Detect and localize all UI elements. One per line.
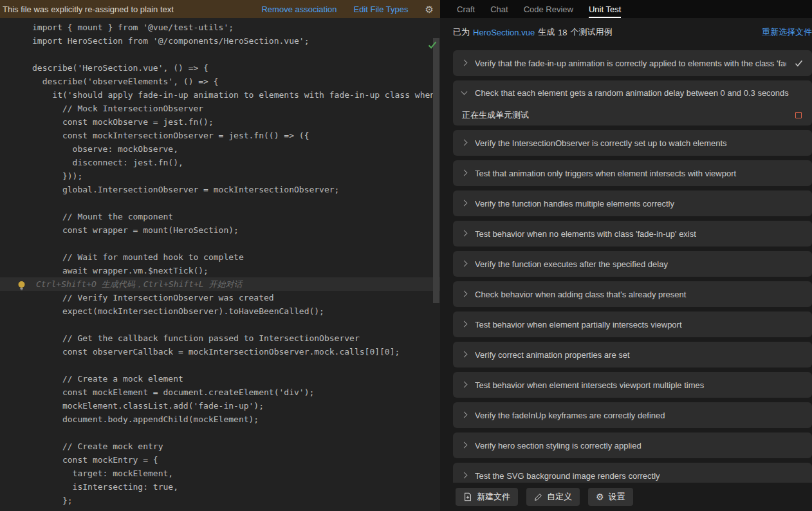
gear-icon: ⚙ bbox=[596, 492, 604, 501]
test-case-row[interactable]: Verify the function executes after the s… bbox=[453, 251, 812, 277]
test-case-row-expanded[interactable]: Check that each element gets a random an… bbox=[453, 80, 812, 125]
file-link[interactable]: HeroSection.vue bbox=[473, 28, 535, 37]
panel-footer: 新建文件 自定义 ⚙ 设置 bbox=[440, 483, 812, 511]
tab-craft[interactable]: Craft bbox=[457, 0, 475, 18]
intention-lightbulb-icon[interactable] bbox=[17, 281, 26, 291]
test-case-header[interactable]: Check that each element gets a random an… bbox=[453, 80, 812, 105]
reselect-files-link[interactable]: 重新选择文件 bbox=[762, 26, 812, 38]
test-case-list: Verify that the fade-in-up animation is … bbox=[440, 46, 812, 483]
test-case-row[interactable]: Test behavior when element partially int… bbox=[453, 311, 812, 337]
test-case-row[interactable]: Test that animation only triggers when e… bbox=[453, 160, 812, 186]
test-case-row[interactable]: Verify the fadeInUp keyframes are correc… bbox=[453, 402, 812, 428]
plain-text-banner: This file was explicitly re-assigned to … bbox=[0, 0, 440, 18]
tab-unit-test[interactable]: Unit Test bbox=[589, 0, 621, 18]
chevron-right-icon bbox=[461, 230, 468, 237]
test-case-row[interactable]: Verify correct animation properties are … bbox=[453, 342, 812, 367]
summary-bar: 已为 HeroSection.vue 生成 18 个测试用例 重新选择文件 bbox=[440, 18, 812, 46]
test-case-row[interactable]: Verify the function handles multiple ele… bbox=[453, 190, 812, 216]
chevron-right-icon bbox=[461, 382, 468, 388]
test-case-body: 正在生成单元测试 bbox=[453, 105, 812, 125]
panel-tabs: Craft Chat Code Review Unit Test bbox=[440, 0, 812, 18]
test-case-row[interactable]: Test behavior when element intersects vi… bbox=[453, 372, 812, 398]
test-case-row[interactable]: Test the SVG background image renders co… bbox=[453, 463, 812, 483]
customize-button[interactable]: 自定义 bbox=[526, 488, 580, 506]
app-root: This file was explicitly re-assigned to … bbox=[0, 0, 812, 511]
chevron-right-icon bbox=[461, 140, 468, 146]
test-case-row[interactable]: Verify the IntersectionObserver is corre… bbox=[453, 130, 812, 156]
test-case-row[interactable]: Verify that the fade-in-up animation is … bbox=[453, 50, 812, 76]
inline-ai-hint: Ctrl+Shift+O 生成代码，Ctrl+Shift+L 开始对话 bbox=[36, 277, 243, 291]
chevron-right-icon bbox=[461, 261, 468, 267]
banner-actions: Remove association Edit File Types ⚙ bbox=[261, 5, 434, 14]
chevron-down-icon bbox=[461, 88, 468, 95]
current-line-highlight: Ctrl+Shift+O 生成代码，Ctrl+Shift+L 开始对话 bbox=[0, 277, 440, 291]
chevron-right-icon bbox=[461, 60, 468, 66]
summary-mid: 生成 bbox=[538, 26, 555, 38]
remove-association-link[interactable]: Remove association bbox=[261, 5, 337, 14]
code-block-after: // Verify IntersectionObserver was creat… bbox=[0, 291, 440, 507]
pencil-icon bbox=[534, 493, 542, 501]
code-block-before: import { mount } from '@vue/test-utils';… bbox=[0, 18, 440, 277]
test-case-row[interactable]: Test behavior when no elements with clas… bbox=[453, 221, 812, 246]
editor-pane: This file was explicitly re-assigned to … bbox=[0, 0, 440, 511]
code-editor[interactable]: import { mount } from '@vue/test-utils';… bbox=[0, 18, 440, 511]
stop-generation-button[interactable] bbox=[795, 112, 802, 118]
chevron-right-icon bbox=[461, 200, 468, 207]
chevron-right-icon bbox=[461, 170, 468, 176]
banner-message: This file was explicitly re-assigned to … bbox=[3, 5, 174, 14]
settings-button[interactable]: ⚙ 设置 bbox=[588, 488, 633, 506]
new-file-button[interactable]: 新建文件 bbox=[456, 488, 518, 506]
inspection-ok-icon bbox=[428, 41, 437, 49]
editor-scrollbar-thumb[interactable] bbox=[433, 38, 439, 303]
summary-prefix: 已为 bbox=[453, 26, 470, 38]
test-count: 18 bbox=[558, 28, 567, 37]
test-case-row[interactable]: Verify hero section styling is correctly… bbox=[453, 432, 812, 458]
editor-scrollbar[interactable] bbox=[432, 36, 440, 511]
chevron-right-icon bbox=[461, 351, 468, 358]
tab-chat[interactable]: Chat bbox=[490, 0, 508, 18]
new-file-icon bbox=[463, 492, 472, 501]
test-case-row[interactable]: Check behavior when adding class that's … bbox=[453, 281, 812, 307]
chevron-right-icon bbox=[461, 412, 468, 418]
assistant-panel: Craft Chat Code Review Unit Test 已为 Hero… bbox=[440, 0, 812, 511]
test-passed-check-icon bbox=[795, 60, 803, 67]
summary-tail: 个测试用例 bbox=[571, 26, 613, 38]
edit-file-types-link[interactable]: Edit File Types bbox=[354, 5, 409, 14]
chevron-right-icon bbox=[461, 442, 468, 449]
chevron-right-icon bbox=[461, 291, 468, 297]
tab-code-review[interactable]: Code Review bbox=[524, 0, 573, 18]
chevron-right-icon bbox=[461, 472, 468, 479]
generating-status-text: 正在生成单元测试 bbox=[462, 109, 529, 121]
banner-settings-gear-icon[interactable]: ⚙ bbox=[425, 5, 434, 14]
chevron-right-icon bbox=[461, 321, 468, 328]
